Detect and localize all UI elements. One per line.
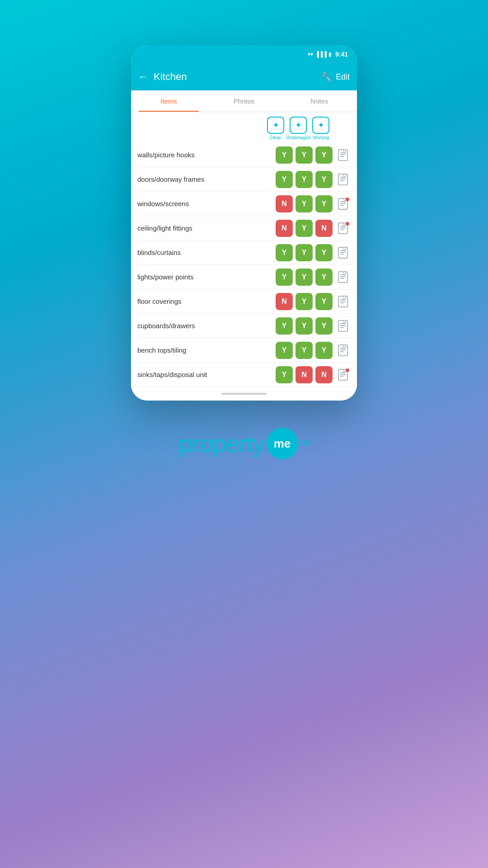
table-row: windows/screensNYY xyxy=(131,192,357,216)
tab-items[interactable]: Items xyxy=(131,90,206,112)
item-label: sinks/taps/disposal unit xyxy=(137,371,276,378)
table-row: sinks/taps/disposal unitYNN xyxy=(131,363,357,387)
clean-button[interactable]: Y xyxy=(276,269,293,286)
logo-tm: TM xyxy=(299,439,310,448)
item-label: windows/screens xyxy=(137,200,276,208)
undamaged-button[interactable]: Y xyxy=(296,293,313,310)
clean-button[interactable]: Y xyxy=(276,317,293,335)
notes-button[interactable] xyxy=(335,196,351,212)
item-buttons: YYY xyxy=(276,171,351,188)
svg-rect-40 xyxy=(338,345,347,356)
note-indicator xyxy=(346,368,349,372)
svg-rect-34 xyxy=(343,296,346,298)
item-buttons: YYY xyxy=(276,269,351,286)
item-label: floor coverings xyxy=(137,297,276,305)
page-title: Kitchen xyxy=(154,71,315,83)
notes-button[interactable] xyxy=(335,221,351,236)
working-button[interactable]: Y xyxy=(315,171,333,188)
undamaged-button[interactable]: Y xyxy=(296,195,313,212)
logo-text: property xyxy=(178,429,264,458)
notes-button[interactable] xyxy=(335,147,351,163)
svg-rect-0 xyxy=(338,150,347,160)
clean-button[interactable]: N xyxy=(276,220,293,237)
tab-notes[interactable]: Notes xyxy=(282,90,357,112)
item-buttons: NYY xyxy=(276,293,351,310)
clean-button[interactable]: N xyxy=(276,293,293,310)
undamaged-button[interactable]: Y xyxy=(296,342,313,359)
undamaged-button[interactable]: Y xyxy=(296,244,313,261)
item-buttons: YYY xyxy=(276,146,351,164)
item-buttons: YYY xyxy=(276,342,351,359)
signal-icon: ▐▐▐ xyxy=(315,51,327,57)
notes-button[interactable] xyxy=(335,367,351,382)
working-button[interactable]: Y xyxy=(315,146,333,164)
edit-button[interactable]: Edit xyxy=(336,72,350,82)
svg-rect-24 xyxy=(343,247,346,250)
svg-rect-30 xyxy=(338,296,347,307)
undamaged-button[interactable]: Y xyxy=(296,269,313,286)
notes-button[interactable] xyxy=(335,245,351,260)
working-button[interactable]: N xyxy=(315,366,333,383)
home-bar xyxy=(221,393,267,395)
tab-photos[interactable]: Photos xyxy=(206,90,282,112)
note-indicator xyxy=(346,198,349,201)
table-row: cupboards/drawersYYY xyxy=(131,314,357,338)
undamaged-icon: ✦ xyxy=(290,117,307,134)
working-button[interactable]: N xyxy=(315,220,333,237)
working-button[interactable]: Y xyxy=(315,195,333,212)
svg-rect-9 xyxy=(343,174,346,176)
undamaged-button[interactable]: Y xyxy=(296,220,313,237)
working-button[interactable]: Y xyxy=(315,269,333,286)
undamaged-button[interactable]: Y xyxy=(296,146,313,164)
propertyme-logo: property me TM xyxy=(178,428,309,459)
item-label: cupboards/drawers xyxy=(137,322,276,330)
notes-button[interactable] xyxy=(335,343,351,358)
status-time: 9:41 xyxy=(335,51,348,58)
clean-icon: ✦ xyxy=(267,117,284,134)
wifi-icon: ▾▾ xyxy=(308,51,313,57)
clean-button[interactable]: Y xyxy=(276,146,293,164)
table-row: doors/doorway framesYYY xyxy=(131,167,357,192)
clean-button[interactable]: Y xyxy=(276,366,293,383)
clean-button[interactable]: N xyxy=(276,195,293,212)
working-column-header: ✦ Working xyxy=(311,117,331,140)
item-buttons: YYY xyxy=(276,244,351,261)
svg-rect-20 xyxy=(338,247,347,258)
svg-rect-4 xyxy=(343,150,346,152)
item-buttons: NYN xyxy=(276,220,351,237)
working-button[interactable]: Y xyxy=(315,244,333,261)
notes-button[interactable] xyxy=(335,172,351,187)
clean-button[interactable]: Y xyxy=(276,244,293,261)
undamaged-button[interactable]: Y xyxy=(296,171,313,188)
working-icon: ✦ xyxy=(312,117,329,134)
working-button[interactable]: Y xyxy=(315,293,333,310)
clean-column-header: ✦ Clean xyxy=(266,117,286,140)
notes-button[interactable] xyxy=(335,318,351,334)
items-list: walls/picture hooksYYY doors/doorway fra… xyxy=(131,143,357,387)
wrench-icon: 🔧 xyxy=(321,71,332,82)
working-button[interactable]: Y xyxy=(315,342,333,359)
item-label: doors/doorway frames xyxy=(137,175,276,183)
app-header: ← Kitchen 🔧 Edit xyxy=(131,63,357,90)
item-buttons: NYY xyxy=(276,195,351,212)
clean-button[interactable]: Y xyxy=(276,342,293,359)
status-icons: ▾▾ ▐▐▐ ▮ xyxy=(308,51,332,57)
notes-button[interactable] xyxy=(335,294,351,309)
notes-button[interactable] xyxy=(335,269,351,285)
working-button[interactable]: Y xyxy=(315,317,333,335)
table-row: bench tops/tilingYYY xyxy=(131,338,357,363)
table-row: ceiling/light fittingsNYN xyxy=(131,216,357,241)
logo-me-circle: me xyxy=(267,428,298,459)
item-buttons: YNN xyxy=(276,366,351,383)
item-label: blinds/curtains xyxy=(137,249,276,256)
home-indicator xyxy=(131,387,357,401)
item-label: lights/power points xyxy=(137,273,276,281)
undamaged-button[interactable]: N xyxy=(296,366,313,383)
item-buttons: YYY xyxy=(276,317,351,335)
column-headers: ✦ Clean ✦ Undamaged ✦ Working xyxy=(131,112,357,143)
clean-button[interactable]: Y xyxy=(276,171,293,188)
undamaged-button[interactable]: Y xyxy=(296,317,313,335)
svg-rect-35 xyxy=(338,321,347,331)
item-label: bench tops/tiling xyxy=(137,346,276,354)
back-button[interactable]: ← xyxy=(138,71,148,83)
